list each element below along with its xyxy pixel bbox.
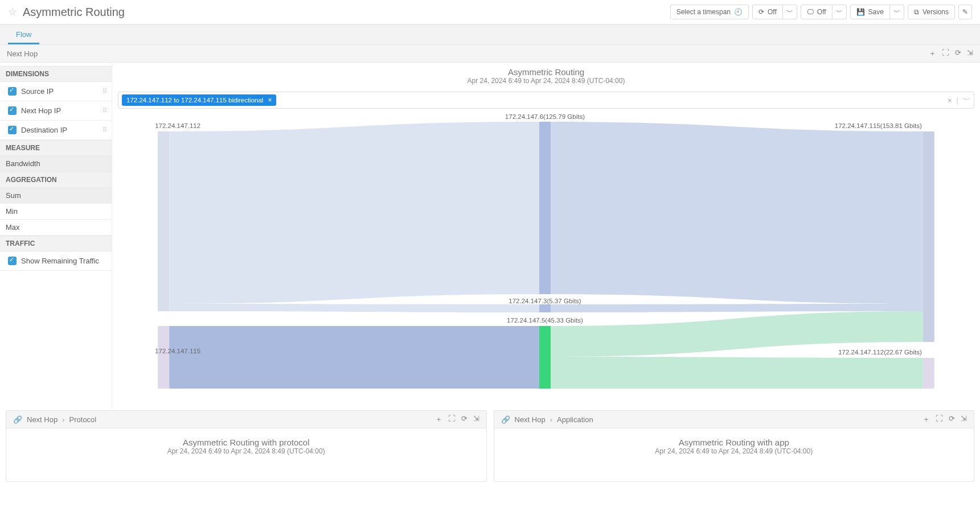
breadcrumb-part[interactable]: Next Hop <box>27 415 58 424</box>
tab-flow[interactable]: Flow <box>8 25 39 44</box>
select-timespan-button[interactable]: Select a timespan 🕘 <box>670 5 749 19</box>
save-dropdown[interactable]: ﹀ <box>890 5 904 19</box>
sankey-link[interactable] <box>169 304 539 312</box>
refresh-icon[interactable]: ⟳ <box>949 414 955 424</box>
refresh-icon[interactable]: ⟳ <box>955 48 961 59</box>
refresh-icon[interactable]: ⟳ <box>461 414 468 424</box>
add-icon[interactable]: ＋ <box>922 414 930 424</box>
sankey-link[interactable] <box>169 122 539 304</box>
breadcrumb-part[interactable]: Protocol <box>69 415 97 424</box>
sankey-node-hop-5[interactable] <box>539 326 551 389</box>
panel-actions: ＋ ⛶ ⟳ ⇲ <box>929 48 973 59</box>
fullscreen-icon[interactable]: ⛶ <box>936 414 943 424</box>
agg-label: Min <box>6 207 18 216</box>
clear-filters-icon[interactable]: × <box>948 96 952 105</box>
sankey-link[interactable] <box>551 304 923 312</box>
filter-chip-remove-icon[interactable]: × <box>268 96 272 104</box>
traffic-header: TRAFFIC <box>0 236 112 251</box>
auto-refresh-2-button[interactable]: 🖵 Off <box>801 5 833 19</box>
chevron-right-icon: › <box>550 415 552 424</box>
save-label: Save <box>868 8 884 16</box>
fullscreen-icon[interactable]: ⛶ <box>448 414 456 424</box>
main-panel-header: Next Hop ＋ ⛶ ⟳ ⇲ <box>0 45 980 63</box>
agg-label: Max <box>6 223 20 232</box>
filter-chip-label: 172.24.147.112 to 172.24.147.115 bidirec… <box>126 97 263 104</box>
breadcrumb-part[interactable]: Next Hop <box>515 415 546 424</box>
sankey-label: 172.24.147.112 <box>155 122 200 129</box>
aggregation-min[interactable]: Min <box>0 204 112 220</box>
dimension-next-hop-ip-checkbox[interactable] <box>8 106 17 115</box>
dimension-label: Source IP <box>21 87 54 96</box>
filter-chip[interactable]: 172.24.147.112 to 172.24.147.115 bidirec… <box>122 94 276 106</box>
dimension-source-ip-checkbox[interactable] <box>8 87 17 96</box>
versions-button[interactable]: ⧉ Versions <box>908 5 955 19</box>
main-area: DIMENSIONS Source IP ⠿ Next Hop IP ⠿ Des… <box>0 63 980 410</box>
dimension-label: Next Hop IP <box>21 106 61 115</box>
aggregation-sum[interactable]: Sum <box>0 188 112 204</box>
sankey-node-dst-115[interactable] <box>923 131 934 342</box>
auto-refresh-1-dropdown[interactable]: ﹀ <box>783 5 797 19</box>
query-sidebar: DIMENSIONS Source IP ⠿ Next Hop IP ⠿ Des… <box>0 63 112 410</box>
measure-bandwidth[interactable]: Bandwidth <box>0 156 112 172</box>
dimension-next-hop-ip[interactable]: Next Hop IP ⠿ <box>0 101 112 121</box>
sankey-label: 172.24.147.3(5.37 Gbits) <box>509 298 581 304</box>
filter-expand-icon[interactable]: ﹀ <box>963 95 970 105</box>
sankey-node-src-115[interactable] <box>158 326 169 389</box>
chevron-down-icon: ﹀ <box>893 7 900 17</box>
refresh-icon: ⟳ <box>758 8 764 16</box>
chevron-right-icon: › <box>62 415 64 424</box>
chart-title: Asymmetric Routing <box>112 63 980 77</box>
auto-refresh-2-dropdown[interactable]: ﹀ <box>833 5 847 19</box>
edit-button[interactable]: ✎ <box>958 5 972 19</box>
clock-icon: 🕘 <box>734 8 743 16</box>
filter-bar[interactable]: 172.24.147.112 to 172.24.147.115 bidirec… <box>118 92 974 109</box>
sankey-label: 172.24.147.5(45.33 Gbits) <box>507 317 583 324</box>
versions-icon: ⧉ <box>914 8 919 16</box>
drag-handle-icon[interactable]: ⠿ <box>102 126 106 134</box>
dimension-destination-ip[interactable]: Destination IP ⠿ <box>0 121 112 140</box>
export-icon[interactable]: ⇲ <box>961 414 967 424</box>
sankey-link[interactable] <box>169 326 539 389</box>
favorite-star-icon[interactable]: ☆ <box>8 6 17 18</box>
show-remaining-checkbox[interactable] <box>8 257 17 265</box>
sankey-node-hop-3[interactable] <box>539 304 551 312</box>
mini-chart-subtitle: Apr 24, 2024 6:49 to Apr 24, 2024 8:49 (… <box>6 447 486 459</box>
versions-label: Versions <box>922 8 949 16</box>
sankey-label: 172.24.147.112(22.67 Gbits) <box>838 349 922 356</box>
fullscreen-icon[interactable]: ⛶ <box>942 48 949 59</box>
sankey-link[interactable] <box>551 122 923 304</box>
drag-handle-icon[interactable]: ⠿ <box>102 107 106 114</box>
refresh2-state: Off <box>817 8 826 16</box>
mini-panel-protocol: 🔗 Next Hop › Protocol ＋ ⛶ ⟳ ⇲ Asymmetric… <box>6 410 487 482</box>
aggregation-max[interactable]: Max <box>0 220 112 236</box>
mini-chart-title: Asymmetric Routing with protocol <box>6 433 486 447</box>
sankey-node-src-112[interactable] <box>158 131 169 311</box>
sankey-chart[interactable]: 172.24.147.112 172.24.147.115 172.24.147… <box>124 114 969 399</box>
traffic-show-remaining[interactable]: Show Remaining Traffic <box>0 251 112 271</box>
sankey-link[interactable] <box>551 357 923 389</box>
sankey-node-hop-6[interactable] <box>539 122 551 294</box>
dimension-source-ip[interactable]: Source IP ⠿ <box>0 82 112 101</box>
edit-icon: ✎ <box>962 8 968 16</box>
link-icon[interactable]: 🔗 <box>501 415 510 424</box>
sankey-node-dst-112[interactable] <box>923 358 934 389</box>
export-icon[interactable]: ⇲ <box>967 48 973 59</box>
drag-handle-icon[interactable]: ⠿ <box>102 88 106 95</box>
save-button[interactable]: 💾 Save <box>850 5 890 19</box>
measure-label: Bandwidth <box>6 159 40 168</box>
add-icon[interactable]: ＋ <box>929 48 936 59</box>
sankey-label: 172.24.147.6(125.79 Gbits) <box>505 114 585 120</box>
chevron-down-icon: ﹀ <box>836 7 843 17</box>
export-icon[interactable]: ⇲ <box>473 414 479 424</box>
dimensions-header: DIMENSIONS <box>0 66 112 82</box>
auto-refresh-1-button[interactable]: ⟳ Off <box>752 5 783 19</box>
link-icon[interactable]: 🔗 <box>13 415 22 424</box>
header-actions: Select a timespan 🕘 ⟳ Off ﹀ 🖵 Off ﹀ 💾 Sa… <box>670 5 972 19</box>
sankey-label: 172.24.147.115 <box>155 348 200 354</box>
breadcrumb-part[interactable]: Application <box>557 415 593 424</box>
dimension-destination-ip-checkbox[interactable] <box>8 126 17 134</box>
chart-content: Asymmetric Routing Apr 24, 2024 6:49 to … <box>112 63 980 410</box>
add-icon[interactable]: ＋ <box>435 414 442 424</box>
tab-bar: Flow <box>0 24 980 45</box>
chevron-down-icon: ﹀ <box>786 7 793 17</box>
